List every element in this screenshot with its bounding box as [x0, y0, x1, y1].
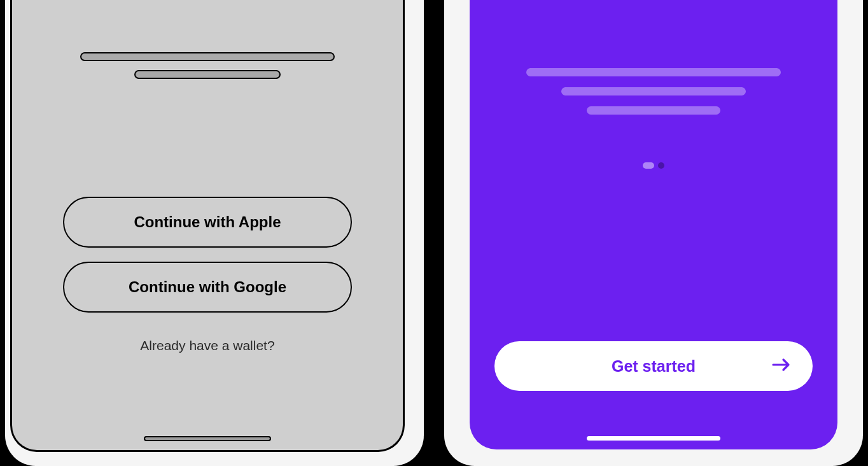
- page-indicator-active[interactable]: [643, 162, 654, 169]
- button-label: Continue with Google: [129, 278, 286, 296]
- placeholder-subtitle-line: [134, 70, 281, 79]
- page-indicator[interactable]: [658, 162, 664, 169]
- placeholder-line: [526, 68, 781, 76]
- placeholder-title-line: [80, 52, 335, 61]
- home-indicator: [587, 436, 720, 441]
- onboarding-screen: Get started: [470, 0, 837, 449]
- button-label: Continue with Apple: [134, 213, 281, 231]
- button-label: Get started: [612, 357, 696, 376]
- onboarding-phone-mock: Get started: [444, 0, 863, 466]
- placeholder-line: [587, 106, 720, 115]
- home-indicator: [144, 436, 271, 441]
- auth-button-group: Continue with Apple Continue with Google: [63, 197, 352, 313]
- pagination-dots: [643, 162, 664, 169]
- wireframe-screen: Continue with Apple Continue with Google…: [10, 0, 405, 452]
- get-started-button[interactable]: Get started: [494, 341, 813, 391]
- continue-with-apple-button[interactable]: Continue with Apple: [63, 197, 352, 248]
- wireframe-phone-mock: Continue with Apple Continue with Google…: [5, 0, 424, 466]
- already-have-wallet-link[interactable]: Already have a wallet?: [140, 338, 274, 353]
- arrow-right-icon: [772, 357, 791, 375]
- placeholder-line: [561, 87, 746, 95]
- continue-with-google-button[interactable]: Continue with Google: [63, 262, 352, 313]
